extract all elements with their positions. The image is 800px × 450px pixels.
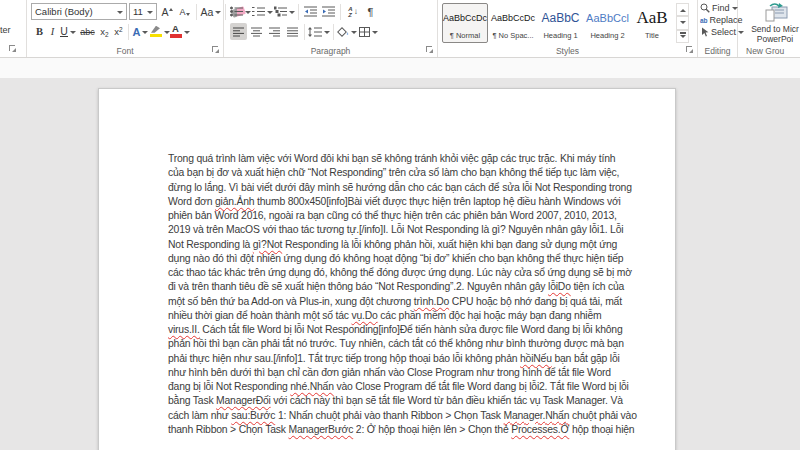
style-card-title[interactable]: AaB Title bbox=[632, 3, 672, 43]
justify-button[interactable] bbox=[284, 23, 301, 40]
font-color-icon: A bbox=[170, 25, 182, 38]
document-line: cách làm như sau:Bước 1: Nhấn chuột phải… bbox=[168, 409, 660, 423]
font-color-button[interactable]: A bbox=[170, 23, 189, 40]
line-spacing-icon bbox=[308, 27, 322, 37]
misspelled-word[interactable]: gì?Not bbox=[253, 239, 282, 250]
font-size-combo[interactable]: 11 bbox=[129, 3, 157, 20]
misspelled-word[interactable]: nhé.Nhấn bbox=[290, 381, 333, 392]
paragraph-group-label: Paragraph bbox=[224, 46, 437, 56]
divider bbox=[304, 24, 305, 40]
text-effects-button[interactable]: A bbox=[132, 23, 149, 40]
justify-icon bbox=[287, 27, 298, 37]
format-painter-partial-label[interactable]: ter bbox=[0, 25, 11, 35]
paragraph-dialog-launcher[interactable] bbox=[426, 46, 434, 54]
misspelled-word[interactable]: Processes.Ở bbox=[511, 424, 569, 435]
shrink-font-button[interactable]: A bbox=[177, 3, 192, 20]
clipboard-dialog-launcher[interactable] bbox=[9, 45, 17, 53]
style-label: Heading 2 bbox=[590, 31, 624, 40]
subscript-2: 2 bbox=[105, 31, 109, 38]
highlight-button[interactable] bbox=[150, 23, 169, 40]
send-to-powerpoint-label-line1: Send to Micr bbox=[740, 24, 800, 34]
change-case-button[interactable]: Aa bbox=[201, 3, 221, 20]
more-styles-icon bbox=[680, 32, 686, 41]
chevron-down-icon bbox=[70, 31, 76, 37]
document-page[interactable]: Trong quá trình làm việc với Word đôi kh… bbox=[98, 88, 676, 450]
shading-button[interactable] bbox=[337, 23, 357, 40]
style-card-heading2[interactable]: AaBbCcl Heading 2 bbox=[585, 3, 630, 43]
misspelled-word[interactable]: ManagerBước bbox=[288, 424, 353, 435]
strikethrough-button[interactable]: abc bbox=[78, 23, 97, 40]
replace-button[interactable]: ab Replace bbox=[698, 14, 743, 26]
document-line: các thao tác khác trên ứng dụng đó, khôn… bbox=[168, 266, 660, 280]
document-line: dụng nào đó thì đột nhiên ứng dụng đó kh… bbox=[168, 252, 660, 266]
underline-button[interactable]: U bbox=[59, 23, 77, 40]
document-line: bằng Task ManagerĐối với cách này thì bạ… bbox=[168, 394, 660, 408]
numbered-list-icon bbox=[252, 6, 265, 17]
style-card-no-spacing[interactable]: AaBbCcDc ¶ No Spac... bbox=[490, 3, 536, 43]
grow-font-button[interactable]: A bbox=[159, 3, 175, 20]
misspelled-word[interactable]: sau:Bước bbox=[231, 410, 275, 421]
sort-button[interactable]: AZ ↓ bbox=[344, 3, 362, 20]
superscript-button[interactable]: x2 bbox=[112, 23, 125, 40]
chevron-down-icon bbox=[184, 31, 190, 37]
style-sample: AaBbCcDc bbox=[491, 4, 535, 31]
paragraph-group: AZ ↓ ¶ bbox=[224, 0, 438, 57]
increase-indent-button[interactable] bbox=[320, 3, 337, 20]
numbering-button[interactable] bbox=[252, 3, 273, 20]
misspelled-word[interactable]: ManagerĐối bbox=[216, 395, 271, 406]
document-line: Word đơn giản.Ảnh thumb 800x450[info]Bài… bbox=[168, 195, 660, 209]
italic-button[interactable]: I bbox=[47, 23, 58, 40]
style-sample: AaBbCcl bbox=[586, 4, 629, 31]
style-card-heading1[interactable]: AaBbC Heading 1 bbox=[538, 3, 583, 43]
bullet-list-icon bbox=[230, 6, 243, 17]
chevron-down-icon bbox=[267, 11, 273, 17]
divider bbox=[340, 4, 341, 20]
font-name-combo[interactable]: Calibri (Body) bbox=[31, 3, 127, 20]
font-group-label: Font bbox=[27, 46, 223, 56]
styles-dialog-launcher[interactable] bbox=[686, 46, 694, 54]
subscript-button[interactable]: x2 bbox=[98, 23, 111, 40]
document-line: một số bên thứ ba Add-on và Plus-in, xun… bbox=[168, 295, 660, 309]
text-effects-icon: A bbox=[133, 26, 141, 38]
align-left-button[interactable] bbox=[230, 23, 247, 40]
document-line: đi và trên thanh tiêu đề sẽ xuất hiện th… bbox=[168, 280, 660, 294]
divider bbox=[333, 24, 334, 40]
highlighter-icon bbox=[150, 26, 162, 38]
multilevel-list-button[interactable] bbox=[274, 3, 295, 20]
paint-bucket-icon bbox=[337, 27, 349, 37]
sort-arrow: ↓ bbox=[354, 7, 358, 16]
styles-scroll-down-button[interactable] bbox=[676, 16, 689, 29]
increase-indent-icon bbox=[322, 6, 335, 17]
chevron-down-icon bbox=[245, 11, 251, 17]
misspelled-word[interactable]: hồiNếu bbox=[520, 353, 552, 364]
style-label: ¶ No Spac... bbox=[492, 31, 533, 40]
grow-font-letter: A bbox=[161, 6, 168, 18]
misspelled-word[interactable]: giản.Ảnh bbox=[215, 196, 254, 207]
chevron-down-icon bbox=[147, 11, 153, 17]
borders-button[interactable] bbox=[358, 23, 378, 40]
styles-scroll-up-button[interactable] bbox=[676, 3, 689, 16]
align-center-button[interactable] bbox=[248, 23, 265, 40]
misspelled-word[interactable]: vụ.Do bbox=[351, 310, 377, 321]
misspelled-word[interactable]: trình.Do bbox=[414, 296, 449, 307]
font-dialog-launcher[interactable] bbox=[212, 46, 220, 54]
misspelled-word[interactable]: virus.II. bbox=[168, 324, 200, 335]
sort-icon: AZ bbox=[348, 6, 352, 18]
find-button[interactable]: Find bbox=[698, 2, 738, 14]
cursor-select-icon bbox=[700, 27, 709, 37]
line-spacing-button[interactable] bbox=[308, 23, 330, 40]
bullets-button[interactable] bbox=[230, 3, 251, 20]
multilevel-list-icon bbox=[274, 6, 287, 17]
send-to-powerpoint-button[interactable]: Send to Micr PowerPoi bbox=[740, 2, 800, 44]
misspelled-word[interactable]: lỗiDo bbox=[548, 281, 571, 292]
decrease-indent-button[interactable] bbox=[302, 3, 319, 20]
styles-more-button[interactable] bbox=[676, 30, 689, 43]
show-formatting-marks-button[interactable]: ¶ bbox=[363, 3, 378, 20]
bold-button[interactable]: B bbox=[33, 23, 46, 40]
style-card-normal[interactable]: AaBbCcDc ¶ Normal bbox=[442, 3, 488, 43]
align-right-button[interactable] bbox=[266, 23, 283, 40]
shrink-arrow-icon bbox=[186, 13, 190, 18]
misspelled-word[interactable]: Manager.Nhấn bbox=[504, 410, 570, 421]
editing-group: Find ab Replace Select Editing bbox=[698, 0, 738, 57]
chevron-down-icon bbox=[732, 7, 738, 13]
